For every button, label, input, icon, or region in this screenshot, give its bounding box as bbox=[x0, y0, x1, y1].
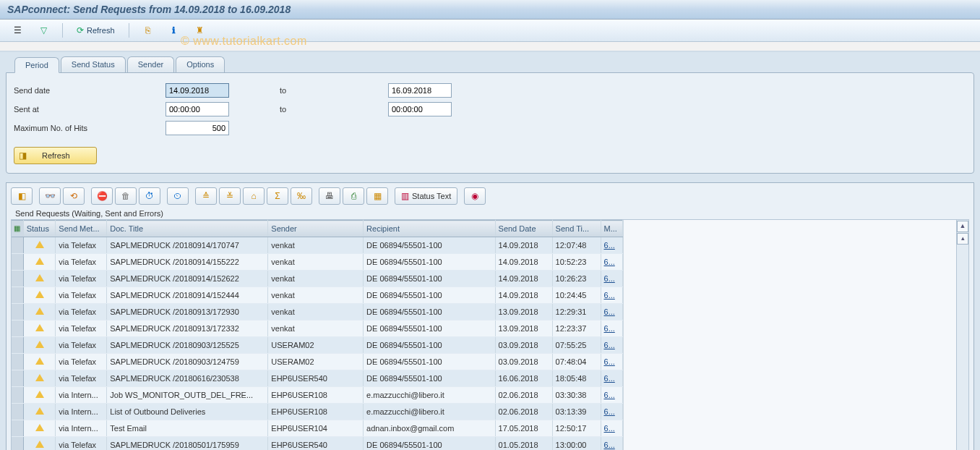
row-selector[interactable] bbox=[12, 337, 23, 354]
sort-desc-button[interactable]: ≚ bbox=[219, 187, 241, 205]
row-selector[interactable] bbox=[12, 354, 23, 370]
glasses-button[interactable]: 👓 bbox=[39, 187, 61, 205]
table-row[interactable]: via Intern...Job WS_MONITOR_OUTB_DEL_FRE… bbox=[12, 387, 623, 404]
row-selector[interactable] bbox=[12, 404, 23, 420]
cell-msg[interactable]: 6... bbox=[601, 337, 622, 354]
details-button[interactable]: ◧ bbox=[11, 187, 33, 205]
tab-period[interactable]: Period bbox=[14, 57, 59, 73]
table-row[interactable]: via TelefaxSAPLMEDRUCK /20180903/124759U… bbox=[12, 354, 623, 370]
table-row[interactable]: via TelefaxSAPLMEDRUCK /20180913/172332v… bbox=[12, 320, 623, 337]
table-row[interactable]: via TelefaxSAPLMEDRUCK /20180903/125525U… bbox=[12, 337, 623, 354]
send-requests-table[interactable]: ▦ Status Send Met... Doc. Title Sender R… bbox=[12, 220, 623, 450]
row-selector[interactable] bbox=[12, 437, 23, 451]
delete-button[interactable]: 🗑 bbox=[115, 187, 137, 205]
row-selector[interactable] bbox=[12, 237, 23, 254]
col-sender[interactable]: Sender bbox=[268, 221, 364, 237]
print-button[interactable]: 🖶 bbox=[319, 187, 340, 205]
total-button[interactable]: Σ bbox=[267, 187, 288, 205]
send-date-from-input[interactable] bbox=[166, 83, 229, 98]
panel-refresh-button[interactable]: ◨ Refresh bbox=[14, 147, 97, 164]
export-button[interactable]: ⎙ bbox=[343, 187, 364, 205]
warning-icon bbox=[35, 391, 44, 398]
scroll-up-step-button[interactable]: ▴ bbox=[957, 233, 968, 245]
separator bbox=[62, 23, 63, 38]
col-status[interactable]: Status bbox=[23, 221, 56, 237]
timer-button[interactable]: ⏱ bbox=[139, 187, 160, 205]
menu-button[interactable]: ☰ bbox=[6, 22, 29, 39]
tab-options[interactable]: Options bbox=[176, 56, 225, 72]
subtotal-button[interactable]: ‰ bbox=[291, 187, 312, 205]
hierarchy-button[interactable]: ♜ bbox=[189, 22, 212, 39]
cell-msg[interactable]: 6... bbox=[601, 271, 622, 287]
sent-at-from-input[interactable] bbox=[166, 102, 229, 116]
cell-msg[interactable]: 6... bbox=[601, 370, 622, 387]
tab-sender[interactable]: Sender bbox=[127, 56, 174, 72]
col-time[interactable]: Send Ti... bbox=[552, 221, 601, 237]
max-hits-input[interactable] bbox=[166, 121, 229, 135]
sent-at-to-input[interactable] bbox=[388, 102, 452, 116]
col-msg[interactable]: M... bbox=[601, 221, 622, 237]
cell-recipient: DE 06894/55501-100 bbox=[364, 287, 495, 304]
table-row[interactable]: via TelefaxSAPLMEDRUCK /20180501/175959E… bbox=[12, 437, 623, 451]
cell-status bbox=[23, 404, 56, 420]
info-button[interactable]: ℹ bbox=[163, 22, 186, 39]
table-row[interactable]: via Intern...Test EmailEHP6USER104adnan.… bbox=[12, 420, 623, 437]
layout-button[interactable]: ▦ bbox=[366, 187, 388, 205]
row-selector[interactable] bbox=[12, 271, 23, 287]
row-selector[interactable] bbox=[12, 420, 23, 437]
table-row[interactable]: via TelefaxSAPLMEDRUCK /20180914/170747v… bbox=[12, 237, 623, 254]
refresh-button[interactable]: ⟳ Refresh bbox=[70, 22, 121, 39]
col-date[interactable]: Send Date bbox=[495, 221, 552, 237]
table-row[interactable]: via TelefaxSAPLMEDRUCK /20180914/152444v… bbox=[12, 287, 623, 304]
scroll-up-button[interactable]: ▲ bbox=[957, 221, 968, 232]
cell-msg[interactable]: 6... bbox=[601, 320, 622, 337]
cell-status bbox=[23, 271, 56, 287]
col-method[interactable]: Send Met... bbox=[56, 221, 107, 237]
row-selector[interactable] bbox=[12, 320, 23, 337]
cell-msg[interactable]: 6... bbox=[601, 254, 622, 271]
status-text-button[interactable]: ▥ Status Text bbox=[395, 187, 457, 205]
cell-msg[interactable]: 6... bbox=[601, 437, 622, 451]
table-row[interactable]: via TelefaxSAPLMEDRUCK /20180616/230538E… bbox=[12, 370, 623, 387]
cell-date: 02.06.2018 bbox=[495, 387, 552, 404]
table-row[interactable]: via TelefaxSAPLMEDRUCK /20180913/172930v… bbox=[12, 304, 623, 320]
cell-status bbox=[23, 237, 56, 254]
cell-recipient: DE 06894/55501-100 bbox=[364, 320, 495, 337]
cell-status bbox=[23, 387, 56, 404]
cell-msg[interactable]: 6... bbox=[601, 387, 622, 404]
cell-msg[interactable]: 6... bbox=[601, 304, 622, 320]
cell-msg[interactable]: 6... bbox=[601, 354, 622, 370]
cell-msg[interactable]: 6... bbox=[601, 237, 622, 254]
cell-method: via Intern... bbox=[56, 387, 107, 404]
cell-sender: EHP6USER540 bbox=[268, 370, 364, 387]
table-row[interactable]: via Intern...List of Outbound Deliveries… bbox=[12, 404, 623, 420]
error-button[interactable]: ⛔ bbox=[91, 187, 113, 205]
tab-send-status[interactable]: Send Status bbox=[61, 56, 126, 72]
chart-button[interactable]: ◉ bbox=[464, 187, 486, 205]
col-title[interactable]: Doc. Title bbox=[107, 221, 268, 237]
repeat-send-button[interactable]: ⟲ bbox=[63, 187, 85, 205]
col-recipient[interactable]: Recipient bbox=[364, 221, 495, 237]
execute-button[interactable]: ⏲ bbox=[167, 187, 189, 205]
row-selector[interactable] bbox=[12, 370, 23, 387]
table-row[interactable]: via TelefaxSAPLMEDRUCK /20180914/152622v… bbox=[12, 271, 623, 287]
sort-asc-button[interactable]: ≙ bbox=[195, 187, 217, 205]
cell-recipient: DE 06894/55501-100 bbox=[364, 354, 495, 370]
filter-button[interactable]: ⌂ bbox=[243, 187, 265, 205]
table-row[interactable]: via TelefaxSAPLMEDRUCK /20180914/155222v… bbox=[12, 254, 623, 271]
dropdown-button[interactable]: ▽ bbox=[32, 22, 55, 39]
period-panel: Send date to Sent at to Maximum No. of H… bbox=[6, 72, 974, 174]
send-date-to-input[interactable] bbox=[388, 83, 452, 98]
cell-msg[interactable]: 6... bbox=[601, 420, 622, 437]
cell-msg[interactable]: 6... bbox=[601, 287, 622, 304]
cell-msg[interactable]: 6... bbox=[601, 404, 622, 420]
row-selector[interactable] bbox=[12, 287, 23, 304]
row-selector[interactable] bbox=[12, 254, 23, 271]
jobs-button[interactable]: ⎘ bbox=[137, 22, 160, 39]
row-selector[interactable] bbox=[12, 387, 23, 404]
vertical-scrollbar[interactable]: ▲ ▴ ▾ ▼ bbox=[956, 220, 968, 450]
row-selector[interactable] bbox=[12, 304, 23, 320]
cell-method: via Telefax bbox=[56, 271, 107, 287]
select-all-header[interactable]: ▦ bbox=[12, 221, 23, 237]
refresh-label: Refresh bbox=[87, 26, 115, 35]
